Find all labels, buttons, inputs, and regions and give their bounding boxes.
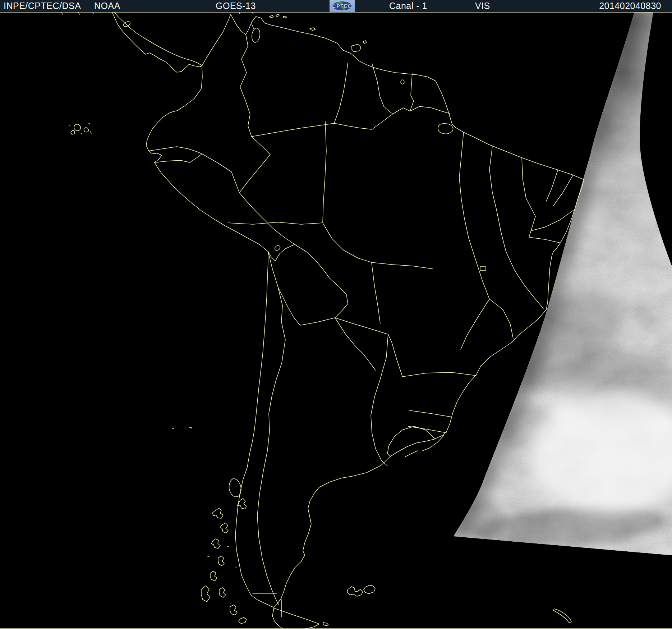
satellite-label: GOES-13 xyxy=(216,0,256,12)
timestamp-label: 201402040830 xyxy=(599,0,661,12)
cptec-logo-text: CPTEC xyxy=(332,3,352,9)
satellite-image-viewer: INPE/CPTEC/DSA NOAA GOES-13 CPTEC Canal … xyxy=(0,0,672,629)
channel-label: Canal - 1 xyxy=(389,0,427,12)
organization-label: NOAA xyxy=(94,0,120,12)
agency-label: INPE/CPTEC/DSA xyxy=(4,0,81,12)
cptec-logo-icon: CPTEC xyxy=(330,0,355,12)
title-bar: INPE/CPTEC/DSA NOAA GOES-13 CPTEC Canal … xyxy=(0,0,672,12)
satellite-map xyxy=(0,0,672,629)
band-label: VIS xyxy=(475,0,490,12)
